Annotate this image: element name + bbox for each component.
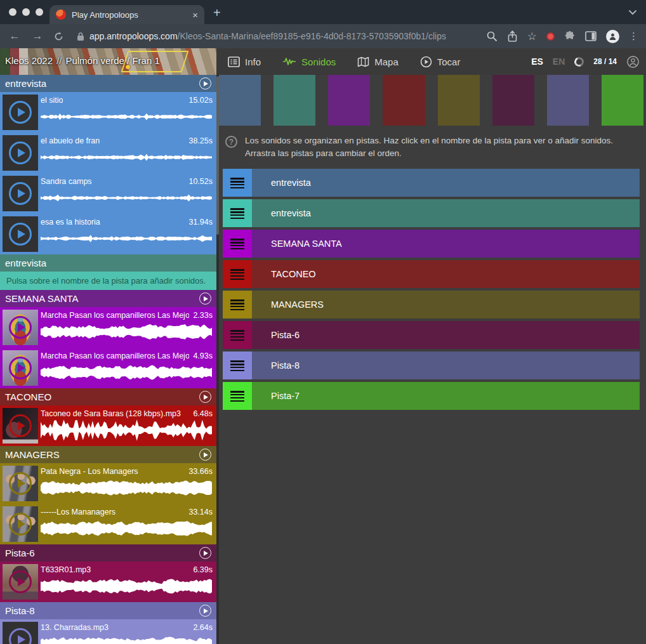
- clip-play-button[interactable]: [9, 182, 32, 205]
- clip-play-button[interactable]: [9, 223, 32, 246]
- drag-handle[interactable]: [223, 352, 252, 379]
- clip-waveform[interactable]: [41, 361, 213, 384]
- clip-play-button[interactable]: [9, 513, 32, 536]
- track-row[interactable]: entrevista: [223, 169, 640, 197]
- clip-item[interactable]: Sandra camps 10.52s: [0, 173, 216, 214]
- track-row-label[interactable]: SEMANA SANTA: [252, 230, 640, 258]
- track-row-label[interactable]: Pista-8: [252, 352, 640, 379]
- track-row[interactable]: MANAGERS: [223, 291, 640, 319]
- clip-play-button[interactable]: [9, 316, 32, 339]
- clip-item[interactable]: T633R01.mp3 6.39s: [0, 562, 216, 602]
- clip-item[interactable]: el abuelo de fran 38.25s: [0, 133, 216, 173]
- clip-waveform[interactable]: [41, 187, 213, 209]
- clip-item[interactable]: ------Los Mananagers 33.14s: [0, 504, 216, 544]
- record-extension-icon[interactable]: [546, 32, 555, 41]
- sidebar-scrollbar[interactable]: [216, 75, 219, 644]
- clip-play-button[interactable]: [9, 141, 32, 164]
- drag-handle[interactable]: [223, 382, 252, 410]
- tab-sonidos[interactable]: Sonidos: [282, 56, 336, 67]
- drag-handle[interactable]: [223, 321, 252, 349]
- forward-icon[interactable]: →: [30, 30, 44, 43]
- drag-handle[interactable]: [223, 291, 252, 319]
- drag-handle[interactable]: [223, 230, 252, 258]
- clip-waveform[interactable]: [41, 419, 213, 442]
- clip-item[interactable]: Pata Negra - Los Managers 33.66s: [0, 463, 216, 504]
- track-play-button[interactable]: [199, 605, 211, 617]
- clip-play-button[interactable]: [9, 628, 32, 644]
- drag-handle[interactable]: [223, 169, 252, 197]
- browser-profile-avatar[interactable]: [606, 30, 619, 43]
- clip-play-button[interactable]: [9, 357, 32, 379]
- side-panel-icon[interactable]: [585, 31, 597, 41]
- clip-waveform[interactable]: [41, 575, 213, 598]
- extensions-puzzle-icon[interactable]: [564, 30, 576, 42]
- track-row-label[interactable]: TACONEO: [252, 260, 640, 288]
- clip-waveform[interactable]: [41, 320, 213, 343]
- track-row-label[interactable]: entrevista: [252, 169, 640, 197]
- track-header[interactable]: MANAGERS: [0, 446, 216, 463]
- track-row[interactable]: Pista-7: [223, 382, 640, 410]
- clip-item[interactable]: 13. Charradas.mp3 2.64s: [0, 619, 216, 644]
- clip-item[interactable]: el sitio 15.02s: [0, 92, 216, 133]
- clip-item[interactable]: Taconeo de Sara Baras (128 kbps).mp3 6.4…: [0, 405, 216, 446]
- clip-item[interactable]: esa es la historia 31.94s: [0, 214, 216, 254]
- clip-waveform[interactable]: [41, 105, 213, 128]
- clip-play-button[interactable]: [9, 472, 32, 495]
- language-es-button[interactable]: ES: [531, 56, 543, 67]
- macos-window-controls[interactable]: [9, 8, 43, 16]
- clip-waveform[interactable]: [41, 476, 213, 499]
- tab-close-icon[interactable]: ×: [192, 10, 198, 20]
- track-play-button[interactable]: [199, 547, 211, 559]
- new-tab-button[interactable]: +: [213, 6, 221, 20]
- minimize-window-button[interactable]: [22, 8, 30, 16]
- clip-waveform[interactable]: [41, 146, 213, 169]
- tab-search-chevron-icon[interactable]: [628, 9, 637, 15]
- zoom-search-icon[interactable]: [486, 30, 498, 42]
- scrollbar-thumb[interactable]: [216, 76, 219, 235]
- clip-play-button[interactable]: [9, 570, 32, 593]
- clip-waveform[interactable]: [41, 517, 213, 540]
- clip-item[interactable]: Marcha Pasan los campanilleros Las Mejor…: [0, 348, 216, 388]
- track-row[interactable]: entrevista: [223, 199, 640, 227]
- tab-mapa[interactable]: Mapa: [357, 56, 399, 67]
- track-play-button[interactable]: [199, 292, 211, 305]
- browser-tab[interactable]: Play Antropoloops ×: [49, 5, 204, 24]
- language-en-button[interactable]: EN: [553, 56, 565, 67]
- browser-menu-icon[interactable]: ⋮: [629, 30, 638, 42]
- clip-waveform[interactable]: [41, 227, 213, 250]
- track-play-button[interactable]: [199, 77, 211, 89]
- project-header-image[interactable]: Kleos 2022//Pulmón verde / Fran 1: [0, 48, 216, 75]
- clip-play-button[interactable]: [9, 414, 32, 437]
- tab-tocar[interactable]: Tocar: [420, 56, 461, 68]
- track-row-label[interactable]: MANAGERS: [252, 291, 640, 319]
- zoom-window-button[interactable]: [36, 8, 43, 16]
- track-header[interactable]: entrevista: [0, 254, 216, 272]
- clip-waveform[interactable]: [41, 633, 213, 644]
- track-row-label[interactable]: entrevista: [252, 199, 640, 227]
- track-row[interactable]: SEMANA SANTA: [223, 230, 640, 258]
- account-icon[interactable]: [626, 55, 640, 69]
- track-play-button[interactable]: [199, 449, 211, 461]
- track-header[interactable]: entrevista: [0, 75, 216, 92]
- drag-handle[interactable]: [223, 260, 252, 288]
- track-header[interactable]: SEMANA SANTA: [0, 290, 216, 307]
- track-header[interactable]: Pista-8: [0, 602, 216, 619]
- track-row[interactable]: Pista-8: [223, 352, 640, 379]
- address-input[interactable]: app.antropoloops.com/Kleos-Santa-Marina/…: [77, 31, 477, 41]
- share-icon[interactable]: [507, 30, 518, 43]
- clip-play-button[interactable]: [9, 101, 32, 124]
- close-window-button[interactable]: [9, 8, 16, 16]
- track-row-label[interactable]: Pista-6: [252, 321, 640, 349]
- track-play-button[interactable]: [199, 391, 211, 403]
- clip-item[interactable]: Marcha Pasan los campanilleros Las Mejor…: [0, 307, 216, 348]
- reload-icon[interactable]: [53, 31, 64, 42]
- track-row-label[interactable]: Pista-7: [252, 382, 640, 410]
- track-row[interactable]: Pista-6: [223, 321, 640, 349]
- drag-handle[interactable]: [223, 199, 252, 227]
- track-header[interactable]: Pista-6: [0, 544, 216, 562]
- track-row[interactable]: TACONEO: [223, 260, 640, 288]
- bookmark-star-icon[interactable]: ☆: [527, 30, 537, 43]
- tab-info[interactable]: Info: [228, 56, 261, 67]
- track-header[interactable]: TACONEO: [0, 388, 216, 405]
- back-icon[interactable]: ←: [8, 30, 22, 43]
